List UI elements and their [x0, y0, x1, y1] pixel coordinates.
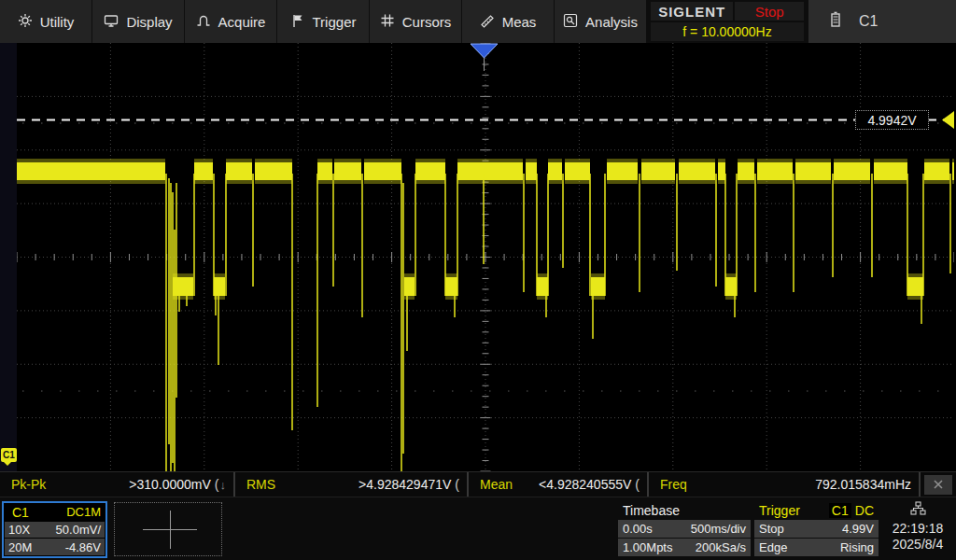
measurement-pkpk[interactable]: Pk-Pk >310.0000mV(↓	[0, 472, 235, 497]
menu-acquire[interactable]: Acquire	[185, 0, 277, 43]
measurement-mean-label: Mean	[480, 477, 513, 492]
channel1-descriptor-box[interactable]: C1 DC1M 10X 50.0mV/ 20M -4.86V	[2, 501, 107, 558]
menu-analysis[interactable]: Analysis	[555, 0, 647, 43]
measurement-freq-label: Freq	[660, 477, 687, 492]
graticule-left-margin	[0, 43, 17, 471]
magnifier-document-icon	[563, 13, 578, 31]
active-channel-indicator[interactable]: C1	[808, 0, 956, 43]
network-icon	[910, 501, 926, 519]
channel-position-marker[interactable]: C1	[1, 448, 17, 462]
measurement-close	[921, 472, 956, 497]
trigger-source: C1	[829, 503, 851, 518]
siglent-logo: SIGLENT	[651, 2, 733, 21]
cursors-grid-icon	[380, 13, 395, 31]
trigger-level: 4.99V	[842, 522, 874, 536]
menu-display[interactable]: Display	[92, 0, 185, 43]
menu-utility[interactable]: Utility	[0, 0, 92, 43]
measurement-freq[interactable]: Freq 792.015834mHz	[649, 472, 921, 497]
menu-trigger-label: Trigger	[313, 14, 357, 30]
trigger-type: Edge	[759, 540, 787, 554]
display-monitor-icon	[104, 13, 119, 31]
measurement-rms-label: RMS	[246, 477, 275, 492]
gear-icon	[18, 13, 33, 31]
active-channel-label: C1	[859, 13, 878, 30]
measurement-rms[interactable]: RMS >4.928429471V(	[235, 472, 469, 497]
trigger-position-marker	[471, 44, 498, 58]
flag-icon	[290, 13, 305, 31]
brand-status-block: SIGLENT Stop f = 10.00000Hz	[647, 0, 808, 43]
pulse-arch-icon	[196, 13, 211, 31]
channel1-name: C1	[8, 505, 33, 520]
waveform-trace	[17, 43, 954, 471]
timebase-title: Timebase	[623, 503, 680, 518]
add-channel-slot[interactable]	[114, 502, 222, 556]
close-icon[interactable]	[924, 475, 952, 495]
main-menu: Utility Display Acquire Trigger	[0, 0, 647, 43]
acquisition-status[interactable]: Stop	[735, 2, 804, 21]
measurement-pkpk-label: Pk-Pk	[11, 477, 46, 492]
timebase-samplerate: 200kSa/s	[696, 540, 746, 554]
menu-display-label: Display	[126, 14, 172, 30]
oscilloscope-ui: Utility Display Acquire Trigger	[0, 0, 956, 560]
measurement-pkpk-value: >310.0000mV(↓	[129, 477, 226, 492]
trend-down-icon: ↓	[220, 478, 227, 492]
waveform-display: 4.9942V C1	[0, 43, 956, 471]
clock-date: 2025/8/4	[893, 537, 944, 552]
channel1-coupling: DC1M	[66, 505, 101, 519]
menu-analysis-label: Analysis	[585, 14, 638, 30]
menu-utility-label: Utility	[40, 14, 75, 30]
menu-acquire-label: Acquire	[218, 14, 266, 30]
trigger-slope: Rising	[840, 540, 874, 554]
channel1-bandwidth: 20M	[8, 540, 32, 554]
trigger-status: Stop	[759, 522, 784, 536]
trigger-level-marker	[942, 111, 954, 129]
measurement-bar: Pk-Pk >310.0000mV(↓ RMS >4.928429471V( M…	[0, 471, 956, 497]
measurement-mean[interactable]: Mean <4.928240555V(	[469, 472, 649, 497]
menu-cursors-label: Cursors	[402, 14, 452, 30]
menu-meas-label: Meas	[502, 14, 537, 30]
clock-time: 22:19:18	[893, 521, 944, 536]
menu-meas[interactable]: Meas	[462, 0, 555, 43]
channel1-offset: -4.86V	[65, 540, 101, 554]
trigger-box[interactable]: Trigger C1 DC Stop 4.99V Edge Rising	[754, 501, 879, 558]
top-menu-bar: Utility Display Acquire Trigger	[0, 0, 956, 43]
status-bar: C1 DC1M 10X 50.0mV/ 20M -4.86V Timebase …	[0, 497, 956, 560]
battery-icon	[829, 11, 842, 32]
trigger-frequency-readout: f = 10.00000Hz	[651, 22, 804, 41]
menu-cursors[interactable]: Cursors	[370, 0, 462, 43]
channel1-probe: 10X	[8, 523, 30, 537]
ruler-icon	[480, 13, 495, 31]
measurement-mean-value: <4.928240555V(	[539, 477, 640, 492]
timebase-points: 1.00Mpts	[623, 540, 672, 554]
trigger-level-readout: 4.9942V	[855, 110, 929, 130]
clock-block: 22:19:18 2025/8/4	[881, 501, 954, 558]
channel1-scale: 50.0mV/	[56, 523, 101, 537]
timebase-box[interactable]: Timebase 0.00s 500ms/div 1.00Mpts 200kSa…	[618, 501, 751, 558]
crosshair-plus-icon	[170, 511, 171, 549]
measurement-rms-value: >4.928429471V(	[358, 477, 459, 492]
trigger-coupling: DC	[855, 503, 874, 518]
menu-trigger[interactable]: Trigger	[277, 0, 370, 43]
timebase-delay: 0.00s	[623, 522, 653, 536]
trigger-title: Trigger	[759, 503, 800, 518]
measurement-freq-value: 792.015834mHz	[815, 477, 911, 492]
timebase-scale: 500ms/div	[691, 522, 746, 536]
